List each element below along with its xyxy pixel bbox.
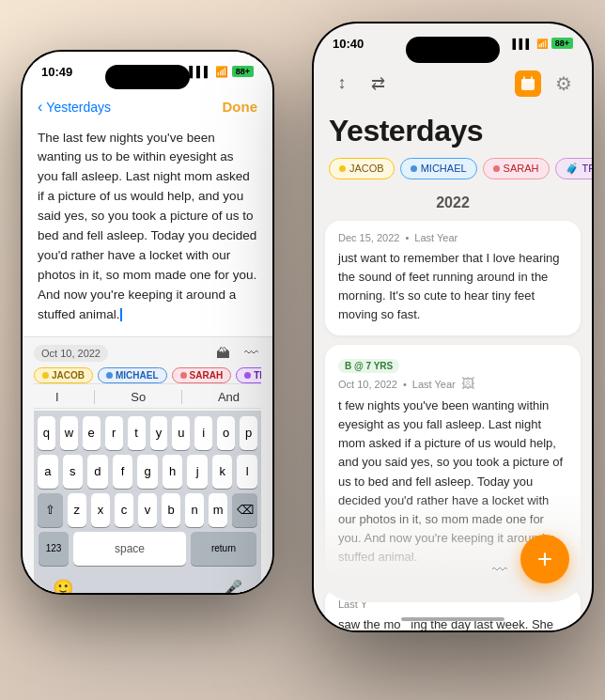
photo-icon[interactable]: 🏔 xyxy=(212,343,233,364)
key-123[interactable]: 123 xyxy=(39,532,69,566)
michael-dot xyxy=(106,372,113,379)
back-button[interactable]: ‹ Yesterdays xyxy=(38,99,111,116)
key-w[interactable]: w xyxy=(60,416,78,450)
key-shift[interactable]: ⇧ xyxy=(38,493,63,527)
right-tag-travel[interactable]: 🧳 TRAVEL xyxy=(555,158,593,179)
michael-label: MICHAEL xyxy=(116,370,159,381)
shuffle-icon[interactable]: ⇄ xyxy=(365,70,391,97)
key-b[interactable]: b xyxy=(162,493,180,527)
key-i[interactable]: i xyxy=(194,416,212,450)
key-f[interactable]: f xyxy=(113,455,133,489)
dynamic-island-right xyxy=(406,37,500,63)
year-section: 2022 xyxy=(314,191,592,221)
waveform-icon[interactable]: 〰 xyxy=(240,343,261,364)
keyboard[interactable]: q w e r t y u i o p a xyxy=(34,411,261,574)
calendar-icon[interactable] xyxy=(515,70,541,97)
key-return[interactable]: return xyxy=(191,532,256,566)
key-c[interactable]: c xyxy=(115,493,133,527)
key-d[interactable]: d xyxy=(87,455,108,489)
right-status-icons: ▌▌▌ 📶 88+ xyxy=(512,38,573,49)
left-status-icons: ▌▌▌ 📶 88+ xyxy=(189,66,254,78)
keyboard-row-2: a s d f g h j k l xyxy=(38,455,257,489)
travel-label: TRAVEL xyxy=(254,370,261,381)
entry-year-label-2: Last Year xyxy=(412,379,456,390)
key-q[interactable]: q xyxy=(38,416,55,450)
toolbar-row: Oct 10, 2022 🏔 〰 xyxy=(34,343,261,364)
left-time: 10:49 xyxy=(41,65,72,79)
right-tag-jacob[interactable]: JACOB xyxy=(329,158,395,179)
key-r[interactable]: r xyxy=(105,416,123,450)
key-o[interactable]: o xyxy=(217,416,235,450)
tag-jacob[interactable]: JACOB xyxy=(34,367,93,383)
right-top-actions: ↕ ⇄ ⚙ xyxy=(329,70,577,97)
fab-add-button[interactable]: + xyxy=(520,535,569,583)
right-time: 10:40 xyxy=(333,37,364,51)
entry-text: The last few nights you've been wanting … xyxy=(38,131,256,321)
tags-row: JACOB MICHAEL SARAH TRAVEL xyxy=(34,367,261,383)
key-k[interactable]: k xyxy=(212,455,233,489)
mic-icon[interactable]: 🎤 xyxy=(224,579,242,592)
travel-dot xyxy=(244,372,251,379)
travel-icon: 🧳 xyxy=(566,163,579,175)
key-v[interactable]: v xyxy=(138,493,157,527)
entry-year-label-1: Last Year xyxy=(414,232,458,243)
key-m[interactable]: m xyxy=(209,493,227,527)
key-j[interactable]: j xyxy=(187,455,208,489)
key-a[interactable]: a xyxy=(38,455,58,489)
key-t[interactable]: t xyxy=(128,416,146,450)
entry-card-1[interactable]: Dec 15, 2022 • Last Year just want to re… xyxy=(325,221,581,336)
phone-right: 10:40 ▌▌▌ 📶 88+ ↕ ⇄ xyxy=(312,22,594,632)
date-text: Oct 10, 2022 xyxy=(41,348,101,359)
tag-michael[interactable]: MICHAEL xyxy=(98,367,167,383)
back-label: Yesterdays xyxy=(46,100,111,115)
key-p[interactable]: p xyxy=(240,416,257,450)
key-z[interactable]: z xyxy=(68,493,86,527)
entry-meta-1: Dec 15, 2022 • Last Year xyxy=(338,232,567,243)
entry-meta-2: Oct 10, 2022 • Last Year 🖼 xyxy=(338,378,567,391)
phone-left: 10:49 ▌▌▌ 📶 88+ ‹ Yesterdays Done xyxy=(21,50,274,595)
svg-rect-1 xyxy=(521,79,535,83)
signal-icon-right: ▌▌▌ xyxy=(512,39,532,49)
battery-badge: 88+ xyxy=(232,66,254,77)
tags-row-right: JACOB MICHAEL SARAH 🧳 TRAVEL xyxy=(314,158,592,191)
mic-icon-right[interactable]: 〰 xyxy=(492,562,507,579)
done-button[interactable]: Done xyxy=(223,99,258,115)
entry-text-content[interactable]: The last few nights you've been wanting … xyxy=(23,121,272,336)
key-delete[interactable]: ⌫ xyxy=(232,493,257,527)
right-travel-label: TRAVEL xyxy=(582,163,593,174)
right-tag-sarah[interactable]: SARAH xyxy=(483,158,550,179)
right-michael-dot xyxy=(411,165,417,172)
entry-date-1: Dec 15, 2022 xyxy=(338,232,399,243)
keyboard-row-4: 123 space return xyxy=(38,532,257,566)
key-g[interactable]: g xyxy=(137,455,158,489)
page-title: Yesterdays xyxy=(314,114,592,158)
right-jacob-label: JACOB xyxy=(349,163,384,174)
sarah-dot xyxy=(180,372,187,379)
tag-travel[interactable]: TRAVEL xyxy=(236,367,261,383)
right-tag-michael[interactable]: MICHAEL xyxy=(400,158,477,179)
wifi-icon-right: 📶 xyxy=(536,39,548,49)
key-l[interactable]: l xyxy=(237,455,257,489)
key-x[interactable]: x xyxy=(91,493,110,527)
key-space[interactable]: space xyxy=(73,532,186,566)
emoji-icon[interactable]: 🙂 xyxy=(53,578,73,593)
sort-icon[interactable]: ↕ xyxy=(329,70,355,97)
key-n[interactable]: n xyxy=(185,493,204,527)
battery-badge-right: 88+ xyxy=(551,38,573,49)
right-michael-label: MICHAEL xyxy=(421,163,467,174)
fab-plus-icon: + xyxy=(537,544,552,574)
key-h[interactable]: h xyxy=(163,455,183,489)
date-badge[interactable]: Oct 10, 2022 xyxy=(34,345,108,362)
key-e[interactable]: e xyxy=(83,416,101,450)
settings-icon[interactable]: ⚙ xyxy=(551,70,577,97)
tag-sarah[interactable]: SARAH xyxy=(172,367,232,383)
autocomplete-i[interactable]: I xyxy=(48,388,67,406)
key-s[interactable]: s xyxy=(63,455,84,489)
key-u[interactable]: u xyxy=(172,416,190,450)
autocomplete-and[interactable]: And xyxy=(210,388,247,406)
autocomplete-so[interactable]: So xyxy=(123,388,153,406)
chevron-left-icon: ‹ xyxy=(38,99,42,116)
age-badge: B @ 7 YRS xyxy=(338,359,399,373)
key-y[interactable]: y xyxy=(150,416,168,450)
entry-date-2: Oct 10, 2022 xyxy=(338,379,397,390)
